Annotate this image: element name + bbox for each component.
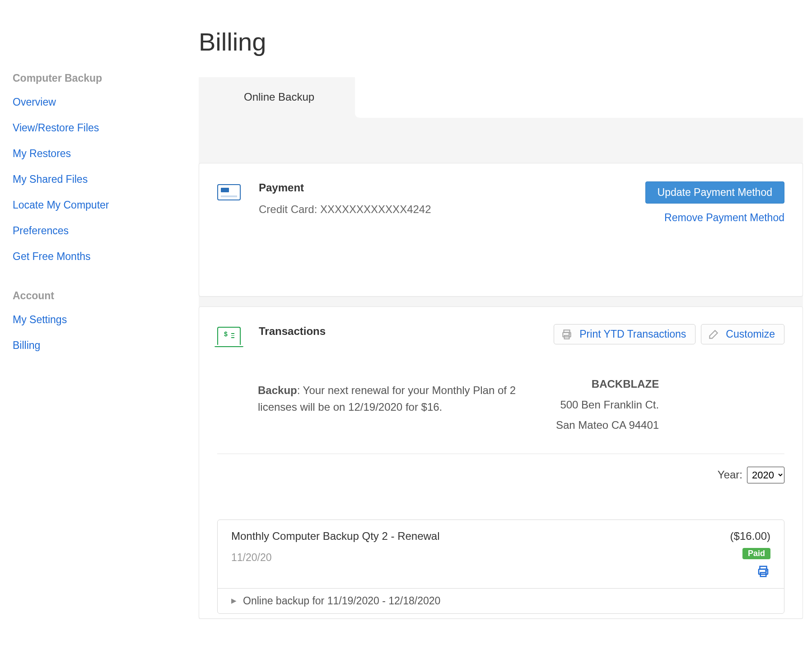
print-ytd-button[interactable]: Print YTD Transactions: [554, 324, 695, 344]
transaction-amount: ($16.00): [730, 530, 770, 543]
sidebar-item-overview[interactable]: Overview: [13, 96, 185, 108]
svg-point-3: [569, 334, 570, 334]
sidebar-item-my-shared-files[interactable]: My Shared Files: [13, 173, 185, 186]
credit-card-icon: [217, 184, 241, 200]
sidebar-item-billing[interactable]: Billing: [13, 339, 185, 352]
customize-button[interactable]: Customize: [701, 324, 784, 344]
svg-point-7: [765, 571, 766, 571]
payment-card-number: Credit Card: XXXXXXXXXXXX4242: [259, 203, 629, 216]
sidebar-item-view-restore[interactable]: View/Restore Files: [13, 122, 185, 134]
print-transaction-icon[interactable]: [756, 565, 770, 578]
sidebar-section-account: Account: [13, 290, 185, 302]
remove-payment-link[interactable]: Remove Payment Method: [664, 212, 784, 224]
sidebar-section-computer-backup: Computer Backup: [13, 72, 185, 84]
page-title: Billing: [199, 27, 803, 56]
payment-title: Payment: [259, 181, 629, 194]
transactions-icon: $: [217, 327, 241, 345]
renewal-info: Backup: Your next renewal for your Month…: [258, 374, 538, 415]
sidebar: Computer Backup Overview View/Restore Fi…: [0, 0, 185, 629]
tab-bar: Online Backup: [199, 77, 803, 118]
company-addr2: San Mateo CA 94401: [556, 415, 659, 436]
transaction-title: Monthly Computer Backup Qty 2 - Renewal: [231, 530, 440, 543]
payment-card: Payment Credit Card: XXXXXXXXXXXX4242 Up…: [199, 163, 803, 297]
company-addr1: 500 Ben Franklin Ct.: [556, 394, 659, 415]
paid-badge: Paid: [742, 548, 770, 559]
transaction-detail-toggle[interactable]: ▶ Online backup for 11/19/2020 - 12/18/2…: [218, 588, 784, 613]
sidebar-item-get-free-months[interactable]: Get Free Months: [13, 250, 185, 263]
transaction-item: Monthly Computer Backup Qty 2 - Renewal …: [217, 520, 784, 614]
sidebar-item-my-restores[interactable]: My Restores: [13, 148, 185, 160]
transactions-title: Transactions: [259, 325, 537, 338]
print-icon: [560, 329, 573, 340]
year-label: Year:: [718, 469, 742, 481]
update-payment-button[interactable]: Update Payment Method: [645, 181, 784, 204]
customize-label: Customize: [726, 328, 775, 340]
print-ytd-label: Print YTD Transactions: [579, 328, 686, 340]
company-name: BACKBLAZE: [556, 374, 659, 394]
sidebar-item-my-settings[interactable]: My Settings: [13, 314, 185, 326]
chevron-right-icon: ▶: [231, 597, 237, 605]
tab-container: Online Backup Payment Credit Card: XXXXX…: [199, 77, 803, 619]
year-select[interactable]: 2020: [747, 467, 784, 483]
pencil-icon: [708, 329, 719, 340]
main-content: Billing Online Backup Payment Credit Car…: [185, 0, 812, 629]
transaction-date: 11/20/20: [231, 552, 440, 564]
sidebar-item-locate-my-computer[interactable]: Locate My Computer: [13, 199, 185, 211]
transactions-card: $ Transactions Print YTD Transactions: [199, 306, 803, 619]
renewal-label: Backup: [258, 384, 297, 396]
transaction-detail-text: Online backup for 11/19/2020 - 12/18/202…: [243, 595, 440, 607]
sidebar-item-preferences[interactable]: Preferences: [13, 225, 185, 237]
tab-online-backup[interactable]: Online Backup: [199, 77, 355, 118]
